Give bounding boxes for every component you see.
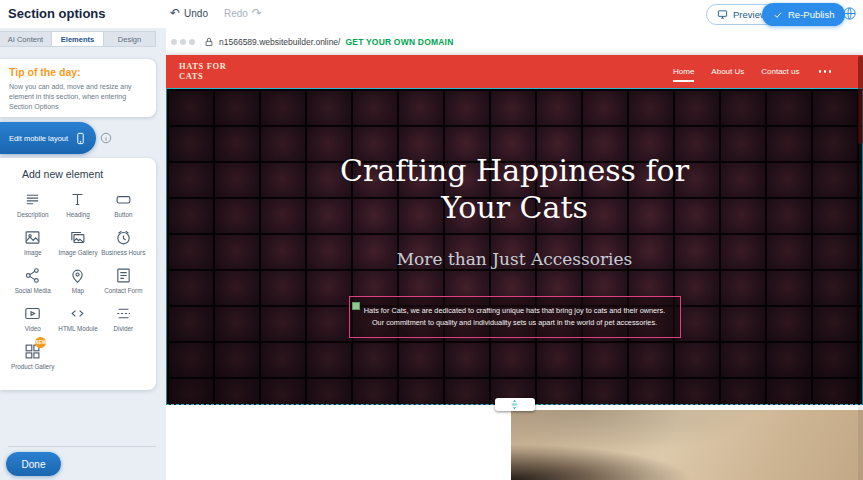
tip-title: Tip of the day:: [9, 66, 147, 78]
business-hours-icon: [115, 229, 132, 246]
element-image-gallery[interactable]: Image Gallery: [55, 227, 100, 265]
element-description[interactable]: Description: [10, 189, 55, 227]
element-video[interactable]: Video: [10, 303, 55, 341]
edit-mobile-layout-button[interactable]: Edit mobile layout: [0, 122, 96, 154]
resize-arrows-icon: [509, 399, 520, 410]
cat-photo: [511, 410, 863, 480]
tab-ai-content[interactable]: AI Content: [0, 32, 52, 46]
scrollbar-thumb[interactable]: [858, 56, 863, 144]
undo-icon: ↶: [170, 7, 180, 19]
window-dot: [180, 39, 186, 45]
nav-more-icon[interactable]: [817, 66, 834, 77]
image-gallery-icon: [69, 229, 86, 246]
scrollbar[interactable]: [858, 55, 863, 480]
page-title: Section options: [8, 6, 106, 21]
new-badge: NEW: [35, 337, 46, 348]
add-panel-title: Add new element: [22, 168, 146, 180]
site-preview: n1566589.websitebuilder.online/ GET YOUR…: [166, 28, 863, 480]
contact-form-icon: [115, 267, 132, 284]
redo-label: Redo: [224, 8, 248, 19]
hero-section-selected[interactable]: Crafting Happiness for Your Cats More th…: [166, 88, 863, 405]
phone-icon: [74, 132, 87, 145]
site-nav: Home About Us Contact us: [673, 55, 833, 88]
site-logo[interactable]: HATS FOR CATS: [179, 62, 233, 82]
undo-label: Undo: [184, 8, 208, 19]
next-section[interactable]: [166, 405, 863, 480]
globe-button[interactable]: [842, 6, 857, 21]
window-dot: [189, 39, 195, 45]
map-icon: [69, 267, 86, 284]
topbar: Section options ↶ Undo Redo ↷ Preview Re…: [0, 0, 863, 28]
tip-body: Now you can add, move and resize any ele…: [9, 82, 147, 112]
nav-home[interactable]: Home: [673, 62, 694, 82]
section-resize-handle[interactable]: [495, 398, 535, 411]
history-controls: ↶ Undo Redo ↷: [170, 7, 262, 19]
window-dot: [171, 39, 177, 45]
redo-button[interactable]: Redo ↷: [224, 7, 262, 19]
element-business-hours[interactable]: Business Hours: [101, 227, 146, 265]
hero-paragraph-box[interactable]: Hats for Cats, we are dedicated to craft…: [349, 296, 681, 338]
element-heading[interactable]: Heading: [55, 189, 100, 227]
hero-paragraph: Hats for Cats, we are dedicated to craft…: [362, 305, 668, 329]
element-grid: Description Heading Button Image Image G…: [10, 189, 146, 379]
nav-contact-us[interactable]: Contact us: [761, 62, 799, 82]
element-button[interactable]: Button: [101, 189, 146, 227]
divider-icon: [115, 305, 132, 322]
social-media-icon: [24, 267, 41, 284]
done-button[interactable]: Done: [6, 452, 61, 476]
undo-button[interactable]: ↶ Undo: [170, 7, 208, 19]
heading-icon: [69, 191, 86, 208]
element-contact-form[interactable]: Contact Form: [101, 265, 146, 303]
element-html-module[interactable]: HTML Module: [55, 303, 100, 341]
sidebar: AI Content Elements Design Tip of the da…: [0, 28, 166, 480]
tab-elements[interactable]: Elements: [52, 32, 104, 46]
info-icon: [100, 132, 112, 144]
republish-button[interactable]: Re-Publish: [762, 3, 845, 26]
html-module-icon: [69, 305, 86, 322]
website-canvas: HATS FOR CATS Home About Us Contact us C…: [166, 55, 863, 480]
element-divider[interactable]: Divider: [101, 303, 146, 341]
element-drag-handle[interactable]: [352, 302, 360, 310]
hero-heading[interactable]: Crafting Happiness for Your Cats: [167, 153, 862, 226]
edit-mobile-label: Edit mobile layout: [9, 134, 68, 143]
sidebar-divider: [8, 446, 156, 447]
tab-design[interactable]: Design: [104, 32, 155, 46]
site-header[interactable]: HATS FOR CATS Home About Us Contact us: [166, 55, 863, 88]
video-icon: [24, 305, 41, 322]
element-map[interactable]: Map: [55, 265, 100, 303]
sidebar-tabs: AI Content Elements Design: [0, 31, 156, 47]
browser-bar: n1566589.websitebuilder.online/ GET YOUR…: [166, 28, 863, 55]
site-url[interactable]: n1566589.websitebuilder.online/: [219, 37, 340, 47]
website-builder-app: Section options ↶ Undo Redo ↷ Preview Re…: [0, 0, 863, 480]
element-product-gallery[interactable]: NEW Product Gallery: [10, 341, 55, 379]
hero-subheading[interactable]: More than Just Accessories: [167, 249, 862, 269]
tip-of-the-day-card: Tip of the day: Now you can add, move an…: [0, 59, 156, 117]
get-own-domain-link[interactable]: GET YOUR OWN DOMAIN: [345, 37, 453, 47]
redo-icon: ↷: [252, 7, 262, 19]
description-icon: [24, 191, 41, 208]
element-social-media[interactable]: Social Media: [10, 265, 55, 303]
nav-about-us[interactable]: About Us: [711, 62, 744, 82]
image-icon: [24, 229, 41, 246]
lock-icon: [204, 36, 214, 48]
button-icon: [115, 191, 132, 208]
check-icon: [773, 10, 783, 20]
info-button[interactable]: [100, 132, 112, 144]
element-image[interactable]: Image: [10, 227, 55, 265]
globe-icon: [842, 6, 857, 21]
monitor-icon: [717, 9, 728, 20]
add-new-element-panel: Add new element Description Heading Butt…: [0, 158, 156, 390]
republish-label: Re-Publish: [788, 9, 834, 20]
